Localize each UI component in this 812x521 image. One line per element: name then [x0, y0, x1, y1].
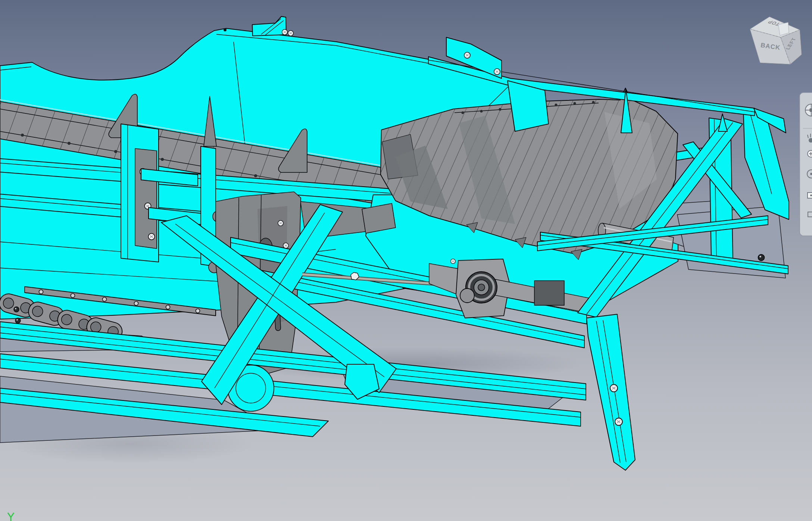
bolt [148, 233, 154, 240]
shaft-block [534, 281, 564, 305]
bolt [283, 243, 288, 248]
cad-viewport[interactable]: TOP BACK LEFT [0, 0, 812, 521]
bolt [278, 221, 283, 226]
bolt [615, 418, 622, 425]
bearing-cap [460, 288, 474, 303]
zoom-icon[interactable] [808, 150, 812, 157]
navigation-bar[interactable] [800, 93, 812, 236]
look-at-icon[interactable] [808, 193, 812, 198]
bolt [288, 31, 293, 36]
bolt [758, 255, 765, 261]
bolt [451, 259, 456, 264]
bolt [15, 318, 21, 323]
bolt [282, 29, 287, 35]
bolt [610, 384, 618, 392]
bolt [224, 28, 227, 31]
bolt [464, 52, 470, 58]
bolt [14, 307, 19, 312]
bolt [494, 69, 500, 75]
part-support-post[interactable] [121, 124, 159, 262]
